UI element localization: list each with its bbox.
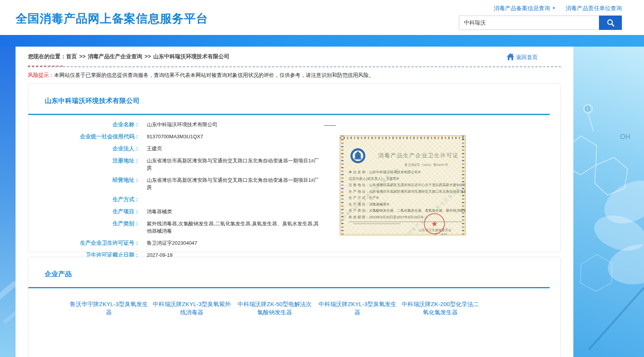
company-card-title: 山东中科瑞沃环境技术有限公司 — [45, 96, 561, 105]
certificate-border-decoration — [341, 136, 344, 235]
breadcrumb-separator: >> — [79, 53, 85, 59]
background-shape — [0, 280, 17, 300]
field-row-production-mode: 生产方式： — [28, 194, 561, 206]
nav-responsible-unit-query[interactable]: 消毒产品责任单位查询 — [566, 5, 622, 12]
product-link[interactable]: 中科瑞沃牌ZK-200型化学法二氧化氯发生器 — [401, 300, 480, 316]
field-row-production-project: 生产项目： 消毒器械类 — [28, 206, 561, 218]
field-label: 经营地址： — [28, 176, 140, 191]
breadcrumb-home[interactable]: 首页 — [66, 53, 77, 59]
left-background — [0, 47, 16, 357]
breadcrumb-row: 您现在的位置：首页>>消毒产品生产企业查询>>山东中科瑞沃环境技术有限公司 返回… — [28, 52, 561, 61]
breadcrumb: 您现在的位置：首页>>消毒产品生产企业查询>>山东中科瑞沃环境技术有限公司 — [28, 53, 229, 60]
field-row-legal-person: 企业法人： 王建亮 — [28, 143, 561, 155]
certificate-line: 生 产 方 式：生产※ — [349, 195, 466, 201]
certificate-line: 生 产 地 址：山东省潍坊市高新区潍安路与宝通街交叉路口东北角自动变速器一期项目… — [349, 188, 466, 195]
field-row-production-category: 生产类别： 紫外线消毒器,次氯酸钠发生器,二氧化氯发生器,臭氧发生器、臭氧水发生… — [28, 218, 561, 237]
certificate-fine-print — [349, 221, 466, 224]
field-row-license-number: 生产企业卫生许可证号： 鲁卫消证字202304047 — [28, 237, 561, 249]
page-title: 全国消毒产品网上备案信息服务平台 — [16, 11, 208, 27]
svg-text:OH: OH — [620, 133, 630, 141]
field-value: 91370700MA3M3U1QX7 — [140, 133, 322, 140]
field-value: 鲁卫消证字202304047 — [140, 239, 322, 247]
top-band — [0, 35, 644, 47]
field-value: 山东省潍坊市高新区潍安路与宝通街交叉路口东北角自动变速器一期项目1#厂房 — [140, 176, 322, 191]
field-label: 生产项目： — [28, 208, 140, 215]
field-label: 企业法人： — [28, 145, 140, 152]
certificate-border-decoration — [340, 137, 465, 139]
hygiene-license-certificate: 消毒产品生产企业卫生许可证 鲁卫消证字（2023）第04047号 单 位 名 称… — [340, 135, 466, 235]
product-link[interactable]: 鲁沃华宇牌ZKYL-3型臭氧发生器 — [69, 300, 149, 316]
search-input[interactable] — [459, 16, 599, 30]
risk-warning: 风险提示：本网站仅基于已掌握的信息提供查询服务，查询结果不代表本网站对被查询对象… — [28, 72, 561, 79]
field-value: 山东中科瑞沃环境技术有限公司 — [140, 121, 322, 128]
certificate-line: 生 产 类 别：次氯酸钠发生器、二氧化氯发生器、臭氧发生器、紫外线消毒器※ — [349, 207, 466, 214]
field-row-credit-code: 企业统一社会信用代码： 91370700MA3M3U1QX7 — [28, 131, 561, 143]
field-row-business-address: 经营地址： 山东省潍坊市高新区潍安路与宝通街交叉路口东北角自动变速器一期项目1#… — [28, 174, 561, 194]
company-info-card: 山东中科瑞沃环境技术有限公司 企业名称： 山东中科瑞沃环境技术有限公司 企业统一… — [28, 84, 561, 252]
field-row-name: 企业名称： 山东中科瑞沃环境技术有限公司 — [28, 119, 561, 131]
field-value: 消毒器械类 — [140, 208, 322, 215]
product-link[interactable]: 中科瑞沃牌ZK-50型电解法次氯酸钠发生器 — [235, 300, 314, 316]
search-icon — [606, 18, 615, 28]
products-card: 企业产品 鲁沃华宇牌ZKYL-3型臭氧发生器 中科瑞沃牌ZKYL-3型臭氧紫外线… — [28, 257, 561, 357]
nav-record-info-label: 消毒产品备案信息查询 — [494, 5, 550, 11]
products-list: 鲁沃华宇牌ZKYL-3型臭氧发生器 中科瑞沃牌ZKYL-3型臭氧紫外线消毒器 中… — [28, 288, 561, 322]
dashed-divider — [28, 66, 561, 67]
field-label: 企业统一社会信用代码： — [28, 133, 140, 140]
breadcrumb-separator: >> — [144, 53, 151, 59]
certificate-number: 鲁卫消证字（2023）第04047号 — [404, 163, 448, 167]
certificate-line: 有 效 期 限：2023年9月20日至2027年9月19日※ — [349, 214, 466, 221]
breadcrumb-prefix: 您现在的位置： — [28, 53, 66, 59]
nav-record-info-query[interactable]: 消毒产品备案信息查询▼ — [494, 5, 555, 12]
certificate-line: 注 册 地 址：山东省潍坊高新区玉清东街以北中心次干道以西高新大厦902号科研 — [349, 182, 466, 188]
home-icon — [506, 52, 515, 61]
field-value: 山东省潍坊市高新区潍安路与宝通街交叉路口东北角自动变速器一期项目1#厂房 — [140, 157, 322, 172]
company-fields: 企业名称： 山东中科瑞沃环境技术有限公司 企业统一社会信用代码： 9137070… — [28, 115, 561, 261]
risk-warning-text: 本网站仅基于已掌握的信息提供查询服务，查询结果不代表本网站对被查询对象信用状况的… — [54, 72, 374, 78]
field-label: 注册地址： — [28, 157, 140, 172]
content-wrapper: 您现在的位置：首页>>消毒产品生产企业查询>>山东中科瑞沃环境技术有限公司 返回… — [16, 46, 573, 357]
certificate-line: 法定代表人(或负责人)：王建亮※ — [349, 176, 466, 182]
field-value — [140, 196, 322, 203]
certificate-line: 单 位 名 称：山东中科瑞沃环境技术有限公司※ — [349, 169, 466, 176]
search-bar — [459, 16, 622, 30]
field-value: 王建亮 — [140, 145, 322, 152]
stamp-star: ★ — [430, 218, 439, 229]
field-label: 生产类别： — [28, 220, 140, 235]
dash-artifact — [324, 125, 336, 126]
field-label: 生产方式： — [28, 196, 140, 203]
field-label: 生产企业卫生许可证号： — [28, 239, 140, 247]
chevron-down-icon[interactable]: ▼ — [552, 6, 555, 10]
certificate-line: 生 产 项 目：消毒器械类※ — [349, 201, 466, 208]
top-nav: 消毒产品备案信息查询▼ 消毒产品责任单位查询 — [459, 4, 622, 12]
svg-text:O: O — [585, 106, 590, 112]
breadcrumb-enterprise-query[interactable]: 消毒产品生产企业查询 — [88, 53, 142, 59]
product-link[interactable]: 中科瑞沃牌ZKYL-3型臭氧紫外线消毒器 — [152, 300, 231, 316]
header-right: 消毒产品备案信息查询▼ 消毒产品责任单位查询 — [459, 4, 622, 30]
certificate-title: 消毒产品生产企业卫生许可证 — [378, 152, 459, 159]
right-background: O OH — [573, 47, 644, 357]
certificate-lines: 单 位 名 称：山东中科瑞沃环境技术有限公司※ 法定代表人(或负责人)：王建亮※… — [349, 169, 466, 225]
background-graphic: O OH — [573, 47, 644, 357]
product-link[interactable]: 中科瑞沃牌ZKYL-3型臭氧发生器 — [318, 300, 397, 316]
field-label: 企业名称： — [28, 121, 140, 128]
breadcrumb-current: 山东中科瑞沃环境技术有限公司 — [153, 53, 229, 59]
field-value: 紫外线消毒器,次氯酸钠发生器,二氧化氯发生器,臭氧发生器、臭氧水发生器,其他器械… — [140, 220, 322, 235]
back-home-link[interactable]: 返回首页 — [506, 52, 538, 61]
back-home-label: 返回首页 — [516, 54, 538, 61]
site-header: 全国消毒产品网上备案信息服务平台 消毒产品备案信息查询▼ 消毒产品责任单位查询 — [0, 0, 644, 35]
products-card-title: 企业产品 — [45, 270, 561, 279]
risk-warning-label: 风险提示： — [28, 72, 54, 78]
search-button[interactable] — [599, 16, 622, 30]
national-emblem-icon — [349, 147, 366, 166]
field-row-registered-address: 注册地址： 山东省潍坊市高新区潍安路与宝通街交叉路口东北角自动变速器一期项目1#… — [28, 155, 561, 174]
